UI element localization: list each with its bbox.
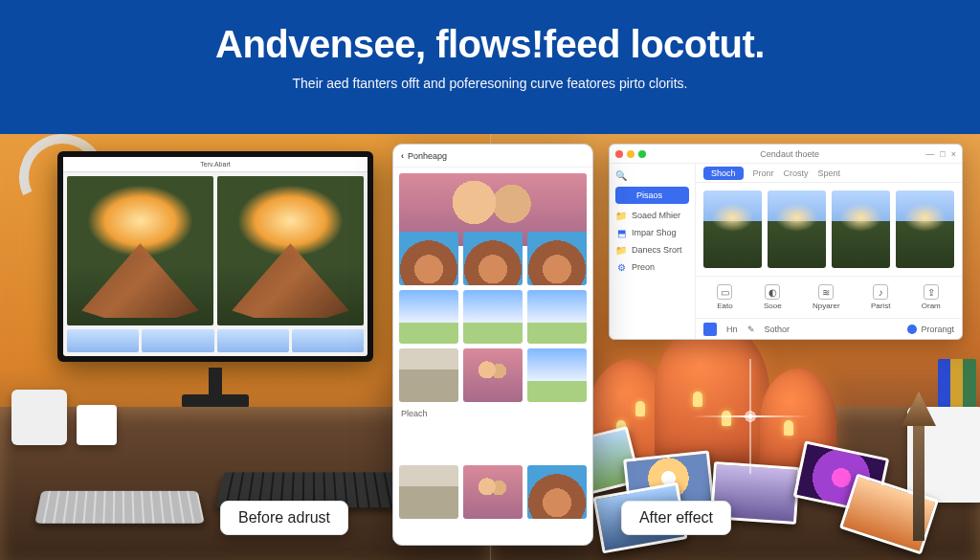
app-photo[interactable] bbox=[703, 190, 762, 268]
gallery-section-label: Pleach bbox=[399, 407, 587, 460]
app-footer: Hn ✎ Sothor Prorangt bbox=[696, 318, 962, 339]
app-photo[interactable] bbox=[768, 190, 826, 268]
gallery-photo[interactable] bbox=[399, 348, 458, 402]
monitor-stand bbox=[191, 368, 239, 411]
tab[interactable]: Spent bbox=[818, 168, 841, 178]
window-max-icon[interactable]: □ bbox=[940, 149, 945, 159]
before-label: Before adrust bbox=[220, 501, 348, 535]
back-icon[interactable]: ‹ bbox=[401, 151, 404, 161]
footer-label: Prorangt bbox=[921, 325, 954, 334]
tablet-gallery: ‹ Ponheapg Pleach bbox=[392, 144, 593, 546]
gallery-photo[interactable] bbox=[463, 290, 523, 344]
gallery-photo[interactable] bbox=[399, 465, 458, 519]
footer-label: ✎ bbox=[747, 325, 755, 334]
gallery-photo[interactable] bbox=[527, 232, 587, 285]
tool-button[interactable]: ≋Npyarer bbox=[813, 284, 839, 310]
photo-scatter bbox=[540, 416, 942, 550]
gallery-photo[interactable] bbox=[527, 465, 587, 519]
tab[interactable]: Shoch bbox=[703, 167, 744, 180]
gallery-photo[interactable] bbox=[463, 348, 523, 402]
traffic-lights[interactable] bbox=[615, 150, 646, 158]
window-close-icon[interactable]: × bbox=[951, 149, 956, 159]
hero-header: Andvensee, flows!feed locotut. Their aed… bbox=[0, 0, 980, 134]
sidebar-item[interactable]: 📁 Danecs Srort bbox=[615, 244, 689, 256]
crop-icon: ▭ bbox=[717, 284, 732, 300]
footer-label: Sothor bbox=[765, 325, 791, 334]
footer-dot-icon bbox=[907, 325, 917, 334]
monitor-app-title: Terv.Abart bbox=[63, 157, 368, 172]
sidebar-item[interactable]: 📁 Soaed Mhier bbox=[615, 210, 689, 221]
tool-button[interactable]: ◐Sooe bbox=[764, 284, 782, 310]
image-icon: ▣ bbox=[620, 190, 632, 201]
sidebar-item-primary[interactable]: ▣ Pisaos bbox=[615, 187, 689, 204]
tool-button[interactable]: ♪Parist bbox=[871, 284, 890, 310]
tool-label: Npyarer bbox=[813, 302, 839, 310]
gallery-photo[interactable] bbox=[527, 348, 587, 402]
tower-model bbox=[900, 388, 938, 541]
sidebar-item-label: Danecs Srort bbox=[632, 245, 682, 255]
tool-label: Parist bbox=[871, 302, 890, 310]
tablet-title: Ponheapg bbox=[408, 151, 447, 161]
hero-title: Andvensee, flows!feed locotut. bbox=[0, 23, 980, 66]
after-label: After effect bbox=[621, 501, 731, 535]
gallery-photo[interactable] bbox=[399, 232, 458, 285]
app-photo-row bbox=[696, 183, 962, 276]
sidebar-item-label: Impar Shog bbox=[632, 228, 677, 237]
tab[interactable]: Pronr bbox=[753, 168, 774, 178]
tool-label: Eato bbox=[717, 302, 732, 310]
app-window: Cendaut thoete — □ × 🔍 ▣ Pisaos 📁 Soaed … bbox=[609, 144, 963, 340]
sidebar-item[interactable]: ⬒ Impar Shog bbox=[615, 227, 689, 238]
footer-label: Hn bbox=[726, 325, 738, 334]
app-sidebar: 🔍 ▣ Pisaos 📁 Soaed Mhier ⬒ Impar Shog 📁 … bbox=[610, 164, 696, 339]
small-box bbox=[77, 405, 117, 445]
adjust-icon: ◐ bbox=[765, 284, 780, 300]
device-box bbox=[11, 390, 67, 445]
sidebar-item-label: Pisaos bbox=[636, 190, 662, 200]
tag-icon: ⬒ bbox=[615, 227, 627, 238]
search-icon: 🔍 bbox=[615, 169, 627, 181]
monitor-photo-right bbox=[217, 176, 364, 325]
music-icon: ♪ bbox=[873, 284, 888, 300]
gear-icon: ⚙ bbox=[615, 261, 627, 273]
footer-swatch[interactable] bbox=[703, 323, 717, 336]
hero-subtitle: Their aed ftanters offt and poferesoning… bbox=[0, 76, 980, 91]
folder-icon: 📁 bbox=[615, 210, 627, 221]
desktop-monitor: Terv.Abart bbox=[57, 151, 373, 362]
window-min-icon[interactable]: — bbox=[925, 149, 934, 159]
app-toolbar: ▭Eato ◐Sooe ≋Npyarer ♪Parist ⇪Oram bbox=[696, 276, 962, 318]
gallery-photo[interactable] bbox=[527, 290, 587, 344]
layers-icon: ≋ bbox=[818, 284, 834, 300]
gallery-photo[interactable] bbox=[463, 465, 523, 519]
tool-label: Sooe bbox=[764, 302, 782, 310]
app-title: Cendaut thoete bbox=[654, 149, 925, 159]
sidebar-item[interactable]: ⚙ Preon bbox=[615, 261, 689, 273]
tool-button[interactable]: ⇪Oram bbox=[922, 284, 941, 310]
tool-label: Oram bbox=[922, 302, 941, 310]
sidebar-item-label: Preon bbox=[632, 262, 655, 272]
app-photo[interactable] bbox=[896, 190, 954, 268]
monitor-photo-left bbox=[67, 176, 213, 325]
app-titlebar: Cendaut thoete — □ × bbox=[610, 145, 962, 164]
sidebar-search[interactable]: 🔍 bbox=[615, 169, 689, 181]
folder-icon: 📁 bbox=[615, 244, 627, 256]
keyboard-grey bbox=[34, 491, 205, 524]
app-photo[interactable] bbox=[832, 190, 890, 268]
gallery-photo[interactable] bbox=[399, 290, 458, 344]
monitor-thumbstrip bbox=[63, 329, 368, 356]
share-icon: ⇪ bbox=[924, 284, 939, 300]
app-tabs: Shoch Pronr Crosty Spent bbox=[696, 164, 962, 183]
tab[interactable]: Crosty bbox=[784, 168, 809, 178]
tool-button[interactable]: ▭Eato bbox=[717, 284, 732, 310]
gallery-photo[interactable] bbox=[463, 232, 523, 285]
sidebar-item-label: Soaed Mhier bbox=[632, 211, 680, 220]
